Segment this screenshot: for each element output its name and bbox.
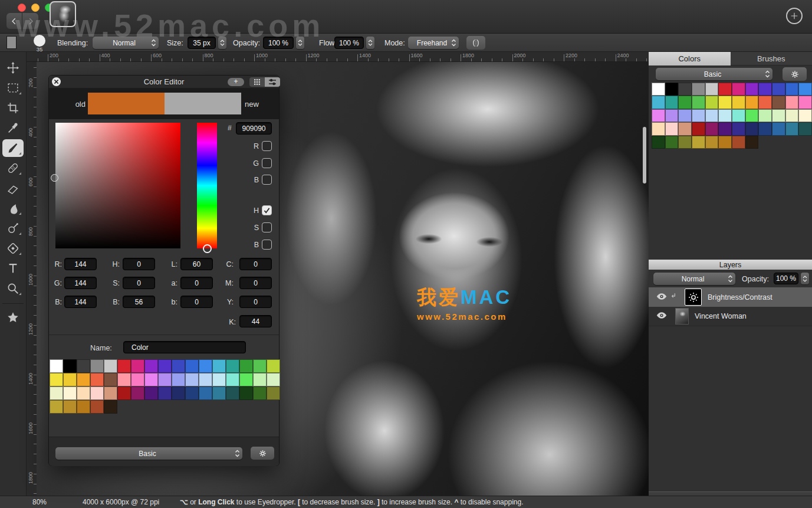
k-field[interactable]: 44: [239, 315, 272, 327]
color-swatch[interactable]: [758, 122, 772, 135]
value-field-1-0[interactable]: 144: [64, 277, 97, 289]
color-swatch[interactable]: [732, 136, 745, 149]
color-swatch[interactable]: [718, 136, 732, 149]
tool-text[interactable]: [2, 260, 24, 277]
forward-button[interactable]: [22, 13, 38, 29]
sliders-view-button[interactable]: [265, 77, 280, 87]
layer-visibility-toggle[interactable]: [656, 292, 668, 303]
close-window-button[interactable]: [18, 4, 26, 12]
color-swatch[interactable]: [798, 109, 812, 122]
color-swatch[interactable]: [678, 96, 692, 109]
color-swatch[interactable]: [212, 386, 226, 400]
tab-colors[interactable]: Colors: [649, 52, 731, 65]
color-swatch[interactable]: [745, 122, 759, 135]
color-swatch[interactable]: [158, 359, 172, 373]
value-field-0-1[interactable]: 0: [123, 258, 155, 270]
old-color-swatch[interactable]: [88, 93, 165, 114]
color-swatch[interactable]: [185, 373, 199, 386]
color-swatch[interactable]: [665, 122, 679, 135]
color-swatch[interactable]: [239, 373, 253, 386]
color-swatch[interactable]: [665, 136, 679, 149]
color-swatch[interactable]: [63, 386, 77, 400]
value-field-2-3[interactable]: 0: [239, 296, 272, 308]
color-swatch[interactable]: [692, 136, 705, 149]
symmetry-button[interactable]: [466, 36, 485, 50]
color-swatch[interactable]: [117, 373, 131, 386]
layer-row-0[interactable]: Brightness/Contrast: [649, 287, 812, 307]
brush-preview-icon[interactable]: [34, 35, 45, 47]
color-swatch[interactable]: [63, 359, 77, 373]
color-swatch[interactable]: [692, 96, 705, 109]
hue-slider[interactable]: [197, 123, 217, 248]
channel-checkbox-B-5[interactable]: [262, 240, 272, 250]
layer-thumbnail[interactable]: [675, 308, 689, 325]
color-swatch[interactable]: [77, 386, 90, 400]
color-swatch[interactable]: [267, 373, 280, 386]
color-swatch[interactable]: [172, 373, 185, 386]
color-swatch[interactable]: [226, 373, 239, 386]
color-swatch[interactable]: [652, 122, 665, 135]
color-swatch[interactable]: [758, 96, 772, 109]
color-swatch[interactable]: [185, 386, 199, 400]
color-swatch[interactable]: [50, 386, 63, 400]
document-thumbnail[interactable]: [50, 1, 76, 27]
color-swatch[interactable]: [104, 400, 117, 414]
channel-checkbox-G-1[interactable]: [262, 158, 272, 168]
vertical-scrollbar[interactable]: [643, 127, 646, 183]
layer-opacity-stepper[interactable]: [801, 273, 809, 284]
tool-brush[interactable]: [2, 139, 24, 157]
color-swatch[interactable]: [226, 359, 239, 373]
value-field-0-0[interactable]: 144: [64, 258, 97, 270]
back-button[interactable]: [6, 13, 22, 29]
color-swatch[interactable]: [785, 96, 799, 109]
channel-checkbox-S-4[interactable]: [262, 222, 272, 232]
color-swatch[interactable]: [665, 96, 679, 109]
adjustment-layer-thumbnail[interactable]: [685, 289, 702, 306]
color-swatch[interactable]: [652, 109, 665, 122]
tool-move[interactable]: [2, 59, 24, 77]
color-swatch[interactable]: [705, 109, 719, 122]
color-swatch[interactable]: [253, 373, 267, 386]
color-swatch[interactable]: [652, 83, 665, 96]
tool-smudge[interactable]: [2, 199, 24, 217]
color-swatch[interactable]: [117, 359, 131, 373]
new-color-swatch[interactable]: [165, 93, 241, 114]
color-swatch[interactable]: [158, 373, 172, 386]
color-swatch[interactable]: [90, 400, 104, 414]
colors-settings-button[interactable]: [783, 67, 807, 81]
color-swatch[interactable]: [785, 83, 799, 96]
color-swatch[interactable]: [652, 96, 665, 109]
color-swatch[interactable]: [718, 109, 732, 122]
color-swatch[interactable]: [692, 122, 705, 135]
value-field-1-2[interactable]: 0: [180, 277, 213, 289]
color-swatch[interactable]: [77, 373, 90, 386]
color-editor-header[interactable]: Color Editor +: [49, 76, 279, 89]
mode-dropdown[interactable]: Freehand: [408, 37, 459, 49]
color-swatch[interactable]: [678, 109, 692, 122]
color-swatch[interactable]: [144, 359, 158, 373]
color-swatch[interactable]: [104, 359, 117, 373]
color-swatch[interactable]: [267, 386, 280, 400]
color-swatch[interactable]: [212, 373, 226, 386]
color-swatch[interactable]: [745, 136, 759, 149]
blending-dropdown[interactable]: Normal: [93, 37, 159, 49]
value-field-2-0[interactable]: 144: [64, 296, 97, 308]
color-swatch[interactable]: [199, 386, 212, 400]
color-swatch[interactable]: [90, 386, 104, 400]
tool-select[interactable]: [2, 79, 24, 97]
hex-field[interactable]: 909090: [236, 122, 272, 135]
color-swatch[interactable]: [692, 83, 705, 96]
value-field-1-3[interactable]: 0: [239, 277, 272, 289]
color-swatch[interactable]: [90, 359, 104, 373]
color-swatch[interactable]: [50, 400, 63, 414]
color-swatch[interactable]: [718, 122, 732, 135]
color-swatch[interactable]: [63, 400, 77, 414]
color-swatch[interactable]: [705, 83, 719, 96]
channel-checkbox-R-0[interactable]: [262, 141, 272, 151]
layer-row-1[interactable]: Vincent Woman: [649, 307, 812, 326]
opacity-field[interactable]: 100 %: [263, 37, 294, 49]
color-swatch[interactable]: [131, 386, 144, 400]
current-color-chip[interactable]: [6, 36, 17, 49]
tool-favorites[interactable]: [2, 309, 24, 326]
color-swatch[interactable]: [772, 83, 785, 96]
